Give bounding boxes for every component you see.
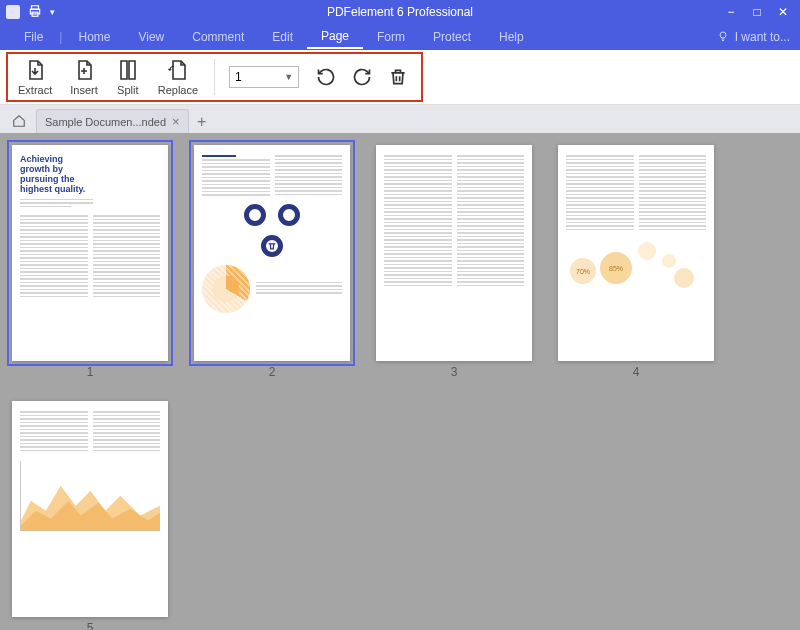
page-thumbnail-1[interactable]: Achieving growth by pursuing the highest… [12,145,168,361]
trash-icon [261,235,283,257]
page-number-input[interactable]: 1 ▼ [229,66,299,88]
title-bar: ▾ PDFelement 6 Professional − □ ✕ [0,0,800,24]
close-window-button[interactable]: ✕ [772,3,794,21]
app-title: PDFelement 6 Professional [0,5,800,19]
page-thumbnail-2[interactable] [194,145,350,361]
app-logo-icon [6,5,20,19]
chevron-down-icon: ▼ [284,72,293,82]
page-thumbnail-5[interactable] [12,401,168,617]
extract-button[interactable]: Extract [12,56,58,98]
menu-form[interactable]: Form [363,26,419,48]
pie-chart-icon [202,265,250,313]
menu-edit[interactable]: Edit [258,26,307,48]
page-thumbnails-grid: Achieving growth by pursuing the highest… [0,133,800,630]
page-thumbnail-3[interactable] [376,145,532,361]
split-button[interactable]: Split [110,56,146,98]
thumbnail-label: 3 [451,365,458,379]
lightbulb-icon [717,30,729,45]
menu-protect[interactable]: Protect [419,26,485,48]
minimize-button[interactable]: − [720,3,742,21]
refresh-icon [244,204,266,226]
refresh-icon [278,204,300,226]
home-tab-button[interactable] [6,109,32,133]
menu-view[interactable]: View [124,26,178,48]
area-chart-icon [20,461,160,531]
insert-button[interactable]: Insert [64,56,104,98]
menu-bar: File | Home View Comment Edit Page Form … [0,24,800,50]
menu-help[interactable]: Help [485,26,538,48]
dropdown-caret-icon[interactable]: ▾ [50,7,55,17]
print-icon[interactable] [28,4,42,21]
i-want-to-button[interactable]: I want to... [717,30,790,45]
maximize-button[interactable]: □ [746,3,768,21]
menu-page[interactable]: Page [307,25,363,49]
rotate-cw-button[interactable] [350,65,374,89]
menu-home[interactable]: Home [64,26,124,48]
thumbnail-label: 1 [87,365,94,379]
document-tab-bar: Sample Documen...nded × + [0,105,800,133]
page-toolbar: Extract Insert Split Replace 1 ▼ [0,50,800,105]
replace-button[interactable]: Replace [152,56,204,98]
new-tab-button[interactable]: + [191,111,213,133]
delete-page-button[interactable] [386,65,410,89]
thumbnail-label: 4 [633,365,640,379]
thumbnail-label: 5 [87,621,94,630]
menu-comment[interactable]: Comment [178,26,258,48]
toolbar-highlight: Extract Insert Split Replace 1 ▼ [6,52,423,102]
close-tab-button[interactable]: × [172,114,180,129]
rotate-ccw-button[interactable] [314,65,338,89]
page-thumbnail-4[interactable]: 70% 85% [558,145,714,361]
svg-point-3 [720,32,726,38]
document-tab[interactable]: Sample Documen...nded × [36,109,189,133]
thumbnail-label: 2 [269,365,276,379]
menu-file[interactable]: File [10,26,57,48]
